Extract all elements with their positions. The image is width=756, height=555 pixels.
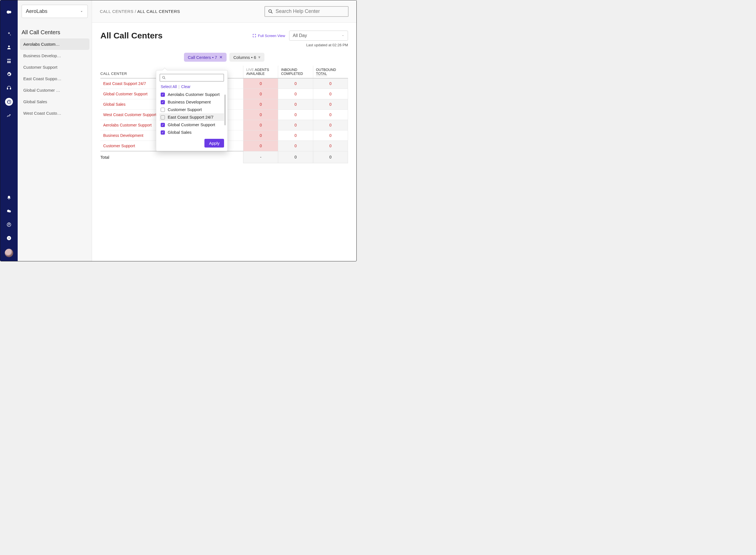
svg-rect-7 xyxy=(10,88,11,89)
filter-option[interactable]: ✓Global Customer Support xyxy=(160,121,224,128)
org-name: AeroLabs xyxy=(26,8,47,14)
breadcrumb-root[interactable]: CALL CENTERS xyxy=(100,9,133,14)
row-inbound: 0 xyxy=(278,99,313,110)
page-header: All Call Centers Full Screen View All Da… xyxy=(92,23,356,42)
chat-icon[interactable] xyxy=(6,208,12,215)
chip-columns[interactable]: Columns • 6 ▾ xyxy=(229,53,264,62)
svg-text:?: ? xyxy=(8,237,10,240)
col-outbound[interactable]: OUTBOUND TOTAL xyxy=(313,66,348,78)
col-inbound[interactable]: INBOUND COMPLETED xyxy=(278,66,313,78)
checkbox[interactable] xyxy=(161,115,165,120)
topbar: CALL CENTERS / ALL CALL CENTERS xyxy=(92,0,356,23)
sidebar: AeroLabs All Call Centers Aerolabs Custo… xyxy=(18,0,92,261)
gear-icon[interactable] xyxy=(6,71,12,78)
filter-chips: Call Centers • 7 ✕ Columns • 6 ▾ xyxy=(92,50,356,66)
breadcrumb: CALL CENTERS / ALL CALL CENTERS xyxy=(100,9,180,14)
chevron-down-icon: ▾ xyxy=(258,55,261,60)
sidebar-item[interactable]: West Coast Custo… xyxy=(20,108,89,119)
help-search-input[interactable] xyxy=(276,8,345,14)
popover-links: Select All | Clear xyxy=(160,84,224,89)
badge-icon[interactable] xyxy=(6,221,12,228)
full-screen-link[interactable]: Full Screen View xyxy=(252,34,285,38)
svg-point-5 xyxy=(9,60,11,62)
sidebar-item[interactable]: Business Develop… xyxy=(20,50,89,61)
row-agents: 0 xyxy=(243,141,278,152)
checkbox[interactable] xyxy=(161,108,165,112)
call-center-link[interactable]: Customer Support xyxy=(103,143,135,148)
svg-point-4 xyxy=(7,60,9,62)
row-outbound: 0 xyxy=(313,78,348,89)
scrollbar[interactable] xyxy=(224,94,226,125)
total-label: Total xyxy=(100,151,243,163)
help-icon[interactable]: ? xyxy=(6,235,12,242)
row-inbound: 0 xyxy=(278,130,313,141)
call-center-link[interactable]: West Coast Customer Support xyxy=(103,113,157,117)
close-icon[interactable]: ✕ xyxy=(219,55,223,59)
call-center-link[interactable]: East Coast Support 24/7 xyxy=(103,81,146,86)
popover-list[interactable]: ✓Aerolabs Customer Support✓Business Deve… xyxy=(160,91,224,136)
search-icon xyxy=(268,8,273,14)
trend-icon[interactable] xyxy=(6,113,12,119)
call-center-link[interactable]: Global Sales xyxy=(103,102,125,106)
call-centers-filter-popover: Select All | Clear ✓Aerolabs Customer Su… xyxy=(156,70,228,151)
org-select[interactable]: AeroLabs xyxy=(21,5,88,18)
bell-icon[interactable] xyxy=(6,194,12,201)
sidebar-item[interactable]: Customer Support xyxy=(20,61,89,73)
row-inbound: 0 xyxy=(278,141,313,152)
row-outbound: 0 xyxy=(313,99,348,110)
team-icon[interactable] xyxy=(6,57,12,64)
row-inbound: 0 xyxy=(278,110,313,120)
person-icon[interactable] xyxy=(6,44,12,51)
row-agents: 0 xyxy=(243,120,278,130)
svg-rect-6 xyxy=(7,88,8,89)
filter-option[interactable]: ✓Business Development xyxy=(160,98,224,106)
checkbox[interactable]: ✓ xyxy=(161,130,165,135)
sidebar-item[interactable]: Global Customer … xyxy=(20,84,89,96)
row-outbound: 0 xyxy=(313,110,348,120)
help-search[interactable] xyxy=(264,6,349,17)
nav-rail: ? xyxy=(0,0,18,261)
filter-option[interactable]: Customer Support xyxy=(160,106,224,113)
filter-option-label: Global Sales xyxy=(168,130,191,135)
checkbox[interactable]: ✓ xyxy=(161,100,165,104)
row-outbound: 0 xyxy=(313,141,348,152)
filter-option[interactable]: ✓Global Sales xyxy=(160,128,224,136)
col-agents[interactable]: LIVE AGENTS AVAILABLE xyxy=(243,66,278,78)
popover-search[interactable] xyxy=(160,74,224,82)
total-agents: - xyxy=(243,151,278,163)
call-center-link[interactable]: Global Customer Support xyxy=(103,92,147,96)
chip-call-centers[interactable]: Call Centers • 7 ✕ xyxy=(184,53,227,62)
logo-icon[interactable] xyxy=(6,9,12,15)
svg-point-1 xyxy=(9,11,11,13)
row-outbound: 0 xyxy=(313,120,348,130)
sidebar-title: All Call Centers xyxy=(18,23,92,38)
total-outbound: 0 xyxy=(313,151,348,163)
apply-button[interactable]: Apply xyxy=(205,139,224,147)
call-center-link[interactable]: Aerolabs Customer Support xyxy=(103,123,152,127)
select-all-link[interactable]: Select All xyxy=(161,84,177,89)
sidebar-item[interactable]: Aerolabs Custom… xyxy=(20,38,89,50)
sparkle-icon[interactable] xyxy=(6,31,12,37)
svg-rect-3 xyxy=(7,59,11,60)
total-row: Total - 0 0 xyxy=(100,151,348,163)
avatar[interactable] xyxy=(5,249,13,257)
row-inbound: 0 xyxy=(278,120,313,130)
sidebar-item[interactable]: Global Sales xyxy=(20,96,89,108)
popover-search-input[interactable] xyxy=(166,76,222,80)
checkbox[interactable]: ✓ xyxy=(161,92,165,97)
time-scope-select[interactable]: All Day xyxy=(289,31,348,41)
clear-link[interactable]: Clear xyxy=(181,84,190,89)
sidebar-item[interactable]: East Coast Suppo… xyxy=(20,73,89,84)
filter-option[interactable]: East Coast Support 24/7 xyxy=(160,113,224,121)
row-agents: 0 xyxy=(243,78,278,89)
headset-icon[interactable] xyxy=(6,84,12,91)
search-icon xyxy=(162,76,166,80)
call-center-link[interactable]: Business Development xyxy=(103,133,143,138)
filter-option[interactable]: ✓Aerolabs Customer Support xyxy=(160,91,224,98)
filter-option-label: Aerolabs Customer Support xyxy=(168,92,220,97)
history-icon[interactable] xyxy=(5,98,13,106)
checkbox[interactable]: ✓ xyxy=(161,123,165,127)
row-agents: 0 xyxy=(243,110,278,120)
chevron-down-icon xyxy=(342,34,344,37)
row-inbound: 0 xyxy=(278,89,313,99)
